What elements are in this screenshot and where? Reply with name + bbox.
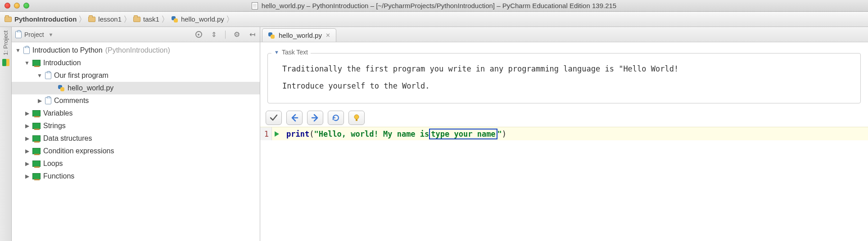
code-placeholder-field[interactable]: type your name (429, 129, 497, 139)
breadcrumb-label: lesson1 (98, 15, 122, 23)
settings-button[interactable] (233, 31, 241, 39)
expand-arrow-icon[interactable] (24, 135, 30, 142)
breadcrumb-item-file[interactable]: hello_world.py (171, 15, 224, 23)
lesson-icon (32, 161, 41, 167)
chevron-down-icon[interactable]: ▼ (49, 32, 54, 37)
project-panel-header: Project ▼ (12, 27, 260, 42)
tree-label: Comments (54, 97, 89, 105)
lesson-icon (32, 173, 41, 179)
refresh-icon (331, 113, 340, 122)
check-task-button[interactable] (266, 111, 282, 125)
pycharm-icon (2, 59, 9, 66)
window-minimize-button[interactable] (14, 3, 20, 9)
tree-suffix: (PythonIntroduction) (105, 46, 170, 54)
lesson-icon (32, 60, 41, 66)
close-tab-button[interactable]: ✕ (326, 32, 330, 39)
chevron-right-icon: 〉 (161, 14, 169, 25)
expand-arrow-icon[interactable] (24, 123, 30, 129)
python-file-icon (268, 32, 275, 39)
tree-lesson-strings[interactable]: Strings (12, 120, 260, 132)
editor-area: hello_world.py ✕ ▼ Task Text Traditional… (260, 27, 868, 241)
arrow-right-icon (311, 113, 320, 122)
breadcrumb-item-project[interactable]: PythonIntroduction (5, 15, 77, 23)
window-title: hello_world.py – PythonIntroduction – [~… (262, 2, 616, 9)
svg-rect-3 (356, 119, 357, 121)
breadcrumb-label: PythonIntroduction (14, 15, 77, 23)
expand-arrow-icon[interactable] (24, 148, 30, 154)
python-file-icon (171, 16, 178, 23)
folder-icon (5, 17, 12, 22)
tree-label: Data structures (43, 134, 92, 143)
task-panel: ▼ Task Text Traditionally the first prog… (260, 42, 868, 107)
breadcrumb-label: hello_world.py (181, 15, 224, 23)
project-sidebar: Project ▼ Introduction to Python (Python… (12, 27, 260, 241)
hint-button[interactable] (348, 111, 365, 125)
tree-lesson-functions[interactable]: Functions (12, 170, 260, 183)
project-tool-button[interactable]: 1: Project (2, 31, 9, 55)
run-gutter-icon[interactable] (272, 131, 282, 137)
editor-tabs: hello_world.py ✕ (260, 27, 868, 42)
code-string: " (497, 129, 502, 138)
expand-arrow-icon[interactable] (24, 110, 30, 116)
tree-lesson-introduction[interactable]: Introduction (12, 57, 260, 69)
lesson-icon (32, 135, 41, 142)
chevron-right-icon: 〉 (78, 14, 86, 25)
code-line[interactable]: print("Hello, world! My name is type you… (282, 129, 506, 139)
breadcrumb-item-lesson[interactable]: lesson1 (88, 15, 122, 23)
svg-rect-1 (2, 59, 6, 66)
refresh-task-button[interactable] (328, 111, 344, 125)
task-toolbar (260, 107, 868, 127)
project-panel-title: Project (24, 31, 44, 38)
python-file-icon (58, 85, 65, 92)
code-paren: ( (309, 129, 314, 138)
expand-arrow-icon[interactable] (24, 173, 30, 179)
breadcrumb: PythonIntroduction 〉 lesson1 〉 task1 〉 h… (0, 12, 868, 27)
editor-tab-label: hello_world.py (279, 31, 322, 39)
code-keyword: print (286, 129, 309, 138)
task-text-line: Introduce yourself to the World. (282, 81, 854, 90)
expand-arrow-icon[interactable] (24, 161, 30, 167)
window-zoom-button[interactable] (23, 3, 29, 9)
breadcrumb-label: task1 (143, 15, 159, 23)
task-icon (45, 97, 51, 104)
window-close-button[interactable] (5, 3, 10, 9)
tree-lesson-loops[interactable]: Loops (12, 157, 260, 170)
expand-arrow-icon[interactable] (15, 47, 21, 54)
expand-arrow-icon[interactable] (24, 60, 30, 66)
tree-label: Our first program (54, 71, 108, 80)
folder-icon (88, 17, 95, 22)
code-string: "Hello, world! My name is (314, 129, 429, 138)
tree-lesson-variables[interactable]: Variables (12, 107, 260, 120)
tree-root[interactable]: Introduction to Python (PythonIntroducti… (12, 44, 260, 57)
line-number: 1 (264, 129, 269, 138)
task-text-group: ▼ Task Text Traditionally the first prog… (267, 53, 861, 103)
code-paren: ) (502, 129, 506, 138)
tree-task-comments[interactable]: Comments (12, 94, 260, 107)
tree-lesson-condition-expressions[interactable]: Condition expressions (12, 145, 260, 157)
window-controls (4, 3, 29, 9)
folder-icon (133, 17, 140, 22)
project-tree[interactable]: Introduction to Python (PythonIntroducti… (12, 42, 260, 241)
tree-label: Introduction (43, 59, 81, 67)
expand-arrow-icon[interactable] (37, 72, 42, 79)
window-titlebar: hello_world.py – PythonIntroduction – [~… (0, 0, 868, 12)
collapse-all-button[interactable] (210, 31, 218, 39)
tree-lesson-data-structures[interactable]: Data structures (12, 132, 260, 145)
tree-label: Functions (43, 172, 74, 180)
editor-tab-hello-world[interactable]: hello_world.py ✕ (262, 28, 336, 42)
task-text-legend[interactable]: ▼ Task Text (271, 49, 311, 56)
prev-task-button[interactable] (286, 111, 303, 125)
lesson-icon (32, 123, 41, 129)
hide-panel-button[interactable] (248, 31, 256, 39)
chevron-right-icon: 〉 (123, 14, 131, 25)
breadcrumb-item-task[interactable]: task1 (133, 15, 159, 23)
tree-file-hello-world[interactable]: hello_world.py (12, 82, 260, 94)
tree-label: Condition expressions (43, 147, 114, 155)
project-view-icon (15, 31, 22, 38)
next-task-button[interactable] (307, 111, 323, 125)
scroll-from-source-button[interactable] (194, 31, 203, 39)
chevron-right-icon: 〉 (226, 14, 234, 25)
code-editor[interactable]: 1 print("Hello, world! My name is type y… (260, 127, 868, 140)
expand-arrow-icon[interactable] (37, 98, 42, 104)
tree-task-first-program[interactable]: Our first program (12, 69, 260, 82)
